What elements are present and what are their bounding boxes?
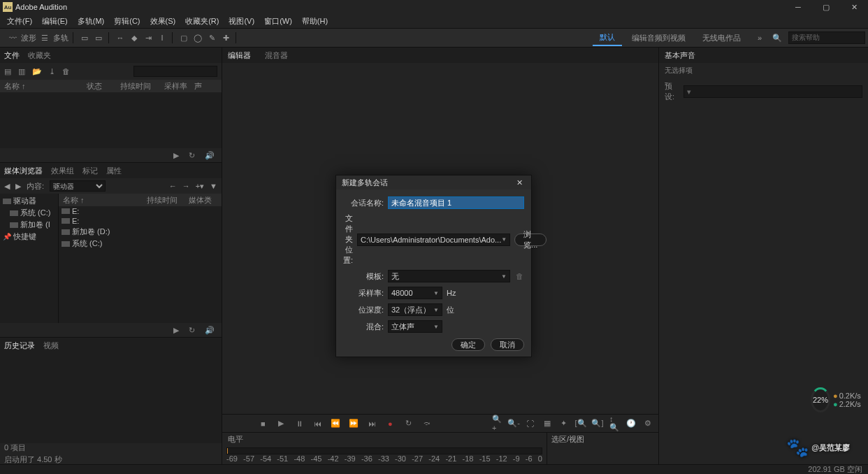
zoom-in-time-icon[interactable]: [🔍 — [576, 419, 586, 429]
zoom-tool1-icon[interactable]: ✦ — [559, 419, 569, 429]
tab-editor[interactable]: 编辑器 — [228, 50, 251, 61]
open-file-icon[interactable]: ▥ — [18, 67, 25, 76]
tool-move-icon[interactable]: ↔ — [115, 32, 126, 43]
files-autoplay-icon[interactable]: 🔊 — [205, 151, 215, 160]
session-name-input[interactable] — [388, 196, 524, 209]
menu-clip[interactable]: 剪辑(C) — [110, 15, 144, 28]
menu-window[interactable]: 窗口(W) — [260, 15, 296, 28]
tab-files[interactable]: 文件 — [4, 50, 20, 61]
zoom-in-amp-icon[interactable]: ↕🔍 — [609, 419, 619, 429]
rate-select[interactable]: 48000▼ — [388, 287, 442, 299]
nav-fwd-icon[interactable]: ▶ — [15, 182, 21, 191]
col-ch[interactable]: 声 — [194, 81, 202, 92]
tab-properties[interactable]: 属性 — [106, 166, 122, 176]
tab-favorites[interactable]: 收藏夹 — [28, 50, 51, 61]
media-play-icon[interactable]: ▶ — [173, 326, 179, 335]
tab-history[interactable]: 历史记录 — [4, 340, 35, 351]
workspace-more[interactable]: » — [751, 31, 769, 44]
mcol-duration[interactable]: 持续时间 — [147, 195, 189, 206]
zoom-out-time-icon[interactable]: 🔍] — [593, 419, 602, 429]
menu-view[interactable]: 视图(V) — [224, 15, 259, 28]
play-button[interactable]: ▶ — [276, 419, 286, 429]
record-button[interactable]: ● — [385, 419, 395, 429]
filter-icon[interactable]: ▼ — [210, 182, 217, 190]
rewind-start-button[interactable]: ⏮ — [312, 419, 322, 429]
col-duration[interactable]: 持续时间 — [120, 81, 159, 92]
menu-effects[interactable]: 效果(S) — [146, 15, 180, 28]
media-tree[interactable]: 驱动器 系统 (C:) 新加卷 (I 📌 快捷键 — [0, 194, 59, 323]
media-autoplay-icon[interactable]: 🔊 — [205, 326, 215, 335]
depth-select[interactable]: 32（浮点）▼ — [388, 303, 442, 316]
tool-slip-icon[interactable]: ⇥ — [143, 32, 154, 43]
tool-marquee-icon[interactable]: ▢ — [178, 32, 189, 43]
mcol-name[interactable]: 名称 ↑ — [63, 195, 147, 206]
search-icon[interactable]: 🔍 — [772, 32, 783, 43]
maximize-button[interactable]: ▢ — [812, 0, 840, 14]
template-select[interactable]: 无▼ — [388, 270, 510, 282]
menu-file[interactable]: 文件(F) — [3, 15, 36, 28]
col-status[interactable]: 状态 — [87, 81, 115, 92]
template-delete-icon[interactable]: 🗑 — [514, 272, 524, 280]
browse-button[interactable]: 浏览... — [514, 234, 547, 246]
tool-brush-icon[interactable]: ✎ — [206, 32, 217, 43]
mcol-type[interactable]: 媒体类 — [189, 195, 212, 206]
delete-icon[interactable]: 🗑 — [62, 67, 70, 76]
tab-mixer[interactable]: 混音器 — [265, 50, 288, 61]
multitrack-label[interactable]: 多轨 — [53, 33, 68, 43]
new-file-icon[interactable]: ▤ — [4, 67, 11, 76]
pause-button[interactable]: ⏸ — [294, 419, 304, 429]
preset-select[interactable]: ▾ — [683, 85, 862, 98]
col-rate[interactable]: 采样率 — [164, 81, 189, 92]
tool-heal-icon[interactable]: ✚ — [220, 32, 231, 43]
mix-select[interactable]: 立体声▼ — [388, 320, 442, 333]
forward-end-button[interactable]: ⏭ — [367, 419, 377, 429]
loop-button[interactable]: ↻ — [403, 419, 413, 429]
zoom-out-icon[interactable]: 🔍- — [509, 419, 519, 429]
nav-next-icon[interactable]: → — [182, 182, 190, 190]
stop-button[interactable]: ■ — [258, 419, 268, 429]
media-loop-icon[interactable]: ↻ — [189, 326, 195, 335]
tab-effects-rack[interactable]: 效果组 — [51, 166, 74, 176]
menu-multitrack[interactable]: 多轨(M) — [73, 15, 109, 28]
files-loop-icon[interactable]: ↻ — [189, 151, 195, 160]
tool-rect-icon[interactable]: ▭ — [79, 32, 90, 43]
ok-button[interactable]: 确定 — [451, 338, 485, 351]
files-play-icon[interactable]: ▶ — [173, 151, 179, 160]
folder-select[interactable]: C:\Users\Administrator\Documents\Ado...▼ — [357, 234, 510, 246]
dialog-close-button[interactable]: ✕ — [514, 178, 526, 187]
tool-razor-icon[interactable]: ◆ — [129, 32, 140, 43]
zoom-full-icon[interactable]: ⛶ — [526, 419, 535, 429]
menu-edit[interactable]: 编辑(E) — [38, 15, 72, 28]
insert-icon[interactable]: ⤓ — [49, 67, 55, 76]
col-name[interactable]: 名称 ↑ — [4, 81, 81, 92]
help-search-input[interactable]: 搜索帮助 — [788, 31, 865, 44]
nav-prev-icon[interactable]: ← — [169, 182, 177, 190]
skip-button[interactable]: ⤼ — [421, 419, 431, 429]
close-button[interactable]: ✕ — [840, 0, 868, 14]
multitrack-icon[interactable]: ☰ — [39, 32, 50, 43]
gear-icon[interactable]: ⚙ — [643, 419, 653, 429]
tab-markers[interactable]: 标记 — [82, 166, 98, 176]
workspace-radio[interactable]: 无线电作品 — [695, 31, 748, 45]
nav-back-icon[interactable]: ◀ — [4, 182, 10, 191]
forward-button[interactable]: ⏩ — [349, 419, 359, 429]
nav-add-icon[interactable]: +▾ — [196, 182, 204, 191]
import-icon[interactable]: 📂 — [32, 67, 42, 76]
menu-help[interactable]: 帮助(H) — [298, 15, 332, 28]
tool-rect2-icon[interactable]: ▭ — [93, 32, 104, 43]
waveform-icon[interactable]: 〰 — [7, 32, 18, 43]
tab-media-browser[interactable]: 媒体浏览器 — [4, 166, 43, 176]
waveform-label[interactable]: 波形 — [21, 33, 36, 43]
zoom-sel-icon[interactable]: ▦ — [542, 419, 552, 429]
tool-lasso-icon[interactable]: ◯ — [192, 32, 203, 43]
workspace-edit-video[interactable]: 编辑音频到视频 — [625, 31, 693, 45]
zoom-in-icon[interactable]: 🔍+ — [492, 419, 502, 429]
cancel-button[interactable]: 取消 — [491, 338, 524, 351]
files-search-input[interactable] — [133, 66, 217, 77]
tool-time-icon[interactable]: I — [157, 32, 168, 43]
menu-favorites[interactable]: 收藏夹(R) — [181, 15, 223, 28]
tab-video[interactable]: 视频 — [43, 340, 59, 351]
clock-icon[interactable]: 🕐 — [626, 419, 636, 429]
rewind-button[interactable]: ⏪ — [331, 419, 340, 429]
minimize-button[interactable]: ─ — [784, 0, 812, 14]
